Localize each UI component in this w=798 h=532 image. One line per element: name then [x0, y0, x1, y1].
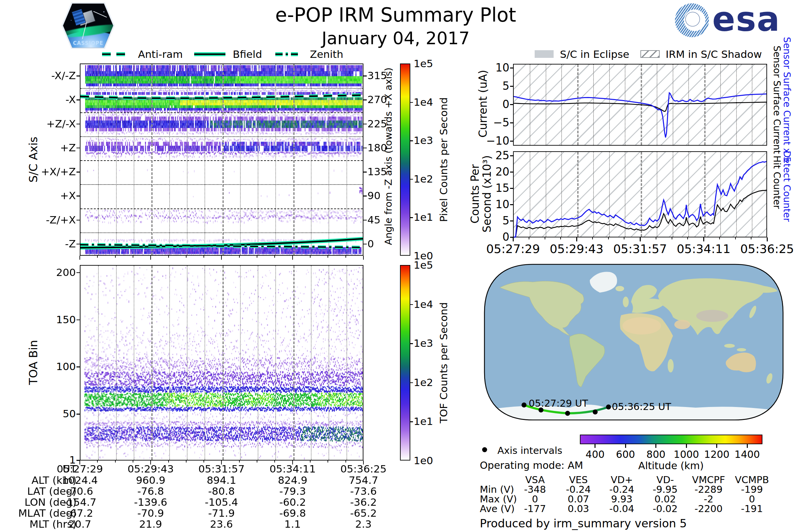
angle-tick-270: 270	[367, 93, 387, 106]
ytick	[76, 172, 80, 173]
spectro1-row-label--X/-Z: -X/-Z	[51, 70, 76, 81]
ephemeris-cell: -80.8	[208, 485, 235, 497]
shadow-label: IRM in S/C Shadow	[666, 48, 762, 60]
interval-dot-icon	[482, 447, 487, 452]
legend-label-zenith: Zenith	[310, 48, 343, 60]
colorbar-tick-1e0: 1e0	[414, 455, 433, 467]
gridline-minor	[187, 266, 188, 460]
xtick	[257, 256, 258, 258]
ephemeris-cell: -154.7	[63, 496, 96, 508]
xtick	[363, 256, 364, 260]
ephemeris-cell: -60.2	[279, 496, 306, 508]
ytick	[510, 204, 513, 205]
timeseries-xtick-05:27:29: 05:27:29	[486, 242, 540, 256]
xtick	[310, 460, 310, 462]
ephemeris-cell: 05:27:29	[57, 463, 103, 475]
xtick	[168, 256, 169, 258]
spectro1-row-label--X: -X	[65, 93, 76, 106]
alt-tick-label-1200: 1200	[704, 449, 729, 460]
counts-ytick-20: 20	[495, 165, 509, 178]
toa-tick-50: 50	[63, 407, 76, 420]
orbit-dot	[522, 403, 527, 407]
current-right-label-blue: Sensor Surface Current x 5	[781, 37, 792, 163]
ytick	[76, 124, 80, 125]
voltage-cell: -0.04	[609, 503, 634, 514]
gridline-minor	[169, 266, 170, 460]
ytick	[76, 366, 80, 367]
ephemeris-cell: 1.1	[284, 518, 301, 530]
toa-tick-150: 150	[56, 314, 76, 325]
xtick	[624, 238, 624, 240]
colorbar-tick-1e3: 1e3	[414, 134, 433, 146]
counts-ylabel-line2: Second (x10³)	[480, 155, 493, 232]
pixel-counts-colorbar	[400, 63, 410, 256]
ephemeris-cell: 05:34:11	[269, 463, 316, 475]
ytick	[363, 99, 367, 100]
ephemeris-cell: -105.4	[205, 496, 238, 508]
ephemeris-cell: -139.6	[134, 496, 167, 508]
xtick	[133, 460, 133, 462]
ytick	[510, 141, 513, 141]
xtick	[274, 460, 275, 462]
cassiope-logo-art: CASSIOPE	[61, 3, 115, 49]
angle-tick-135: 135	[367, 166, 387, 177]
ytick	[363, 75, 367, 76]
timeseries-xtick-05:31:57: 05:31:57	[613, 242, 667, 256]
xtick	[310, 256, 310, 258]
alt-tick-label-600: 600	[616, 449, 635, 460]
ephemeris-cell: 894.1	[207, 474, 236, 486]
ephemeris-cell: 1024.4	[62, 474, 98, 486]
spectro1-row-label--Z: -Z	[65, 238, 76, 250]
gridline-minor	[116, 266, 117, 460]
xtick	[560, 238, 561, 240]
gridline-minor	[98, 266, 99, 460]
ephemeris-cell: 754.7	[349, 474, 378, 486]
sc-axis-spectrogram-plot	[80, 63, 363, 256]
orbit-dot	[565, 411, 570, 416]
ephemeris-cell: 2.3	[355, 518, 372, 530]
voltage-row-label-Ave (V): Ave (V)	[480, 503, 515, 514]
ytick	[363, 195, 367, 196]
ytick	[76, 75, 80, 76]
track-start-label: 05:27:29 UT	[529, 398, 588, 409]
colorbar-tick-1e1: 1e1	[414, 415, 433, 427]
cbtick	[410, 382, 413, 383]
xtick	[79, 256, 80, 260]
ytick	[76, 244, 80, 245]
xtick	[767, 238, 768, 241]
legend-label-bfield: Bfield	[233, 48, 262, 60]
colorbar-tick-1e1: 1e1	[414, 211, 433, 223]
counts-ytick-0: 0	[502, 230, 509, 243]
ytick	[510, 104, 513, 105]
xtick	[735, 238, 736, 240]
alt-tick	[747, 444, 748, 448]
voltage-cell: 0.03	[568, 503, 589, 514]
toa-tick-200: 200	[56, 266, 76, 278]
ephemeris-cell: -73.6	[350, 485, 377, 497]
ytick	[510, 221, 513, 222]
spectro1-row-label--Z/+X: -Z/+X	[46, 214, 76, 226]
counts-ylabel-line1: Counts Per	[469, 164, 481, 224]
xtick	[751, 238, 752, 240]
colorbar-tick-1e5: 1e5	[414, 58, 433, 70]
xtick	[186, 256, 187, 258]
xtick	[529, 238, 529, 240]
colorbar-tick-1e4: 1e4	[414, 96, 433, 108]
esa-wordmark: esa	[712, 3, 780, 36]
current-ytick-0: 0	[502, 98, 509, 111]
ytick	[363, 172, 367, 173]
cbtick	[410, 140, 413, 141]
alt-tick-label-800: 800	[646, 449, 665, 460]
ytick	[76, 220, 80, 221]
xtick	[133, 256, 133, 258]
altitude-colorbar-label: Altitude (km)	[639, 460, 704, 472]
eclipse-label: S/C in Eclipse	[560, 48, 629, 60]
pixel-counts-colorbar-title: Pixel Counts per Second	[438, 97, 450, 222]
gridline-minor	[346, 266, 347, 460]
ephemeris-cell: 21.9	[139, 518, 162, 530]
counts-plot	[513, 151, 767, 238]
spectro1-row-label-+Z: +Z	[60, 141, 76, 154]
angle-tick-315: 315	[367, 70, 387, 81]
xtick	[687, 238, 688, 240]
tof-counts-colorbar-title: TOF Counts per Second	[438, 302, 450, 424]
